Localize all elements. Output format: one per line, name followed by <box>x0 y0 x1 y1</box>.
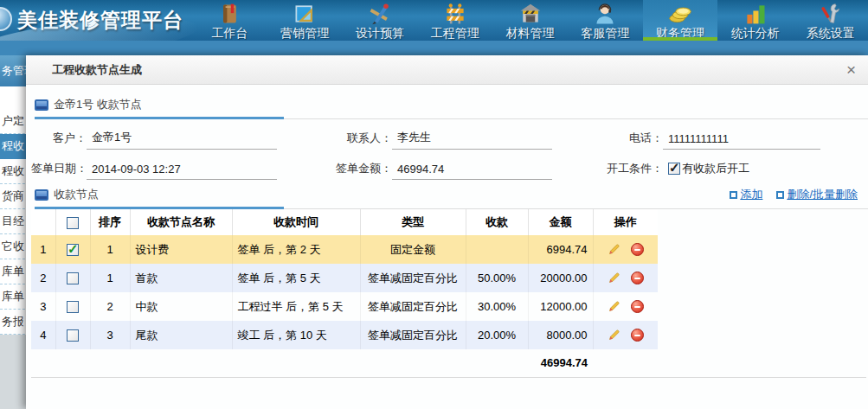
dialog-header: 工程收款节点生成 × <box>26 55 868 85</box>
node-time: 签单 后，第 2 天 <box>232 235 360 264</box>
add-node-link[interactable]: 添加 <box>730 187 762 202</box>
nav-item-statistics[interactable]: 统计分析 <box>717 0 793 41</box>
sidebar-item[interactable]: 务报 <box>0 310 29 335</box>
start-condition-field: 开工条件： 有收款后开工 <box>587 161 868 180</box>
nav-item-system-settings[interactable]: 系统设置 <box>793 0 868 41</box>
nav-item-design-budget[interactable]: 设计预算 <box>343 0 418 41</box>
nav-item-material-management[interactable]: 材料管理 <box>492 0 568 41</box>
nav-item-finance-management[interactable]: 财务管理 <box>643 0 718 41</box>
phone-field: 电话： 11111111111 <box>587 130 868 150</box>
row-number: 3 <box>31 292 55 321</box>
sidebar-item-active[interactable]: 程收 <box>0 134 29 159</box>
sidebar-item[interactable]: 库单 <box>0 259 29 284</box>
contact-field: 联系人： 李先生 <box>301 130 587 150</box>
node-order: 1 <box>90 235 130 264</box>
delete-minus-icon[interactable] <box>631 272 644 284</box>
edit-pencil-icon[interactable] <box>608 329 620 342</box>
node-name: 尾款 <box>130 321 232 349</box>
type-header: 类型 <box>360 209 466 235</box>
payment-nodes-dialog: 工程收款节点生成 × 金帝1号 收款节点 客户： 金帝1号 联系人： 李先生 电… <box>26 55 868 409</box>
order-header: 排序 <box>90 209 130 235</box>
select-all-checkbox[interactable] <box>67 217 79 229</box>
info-section-header: 金帝1号 收款节点 <box>35 93 858 116</box>
delete-square-icon <box>776 191 784 199</box>
table-row[interactable]: 2 1 首款 签单 后，第 5 天 签单减固定百分比 50.00% 20000.… <box>31 264 658 292</box>
sidebar-item[interactable]: 户定 <box>0 109 29 134</box>
sidebar-spacer <box>0 86 29 109</box>
sign-amount-field: 签单金额： 46994.74 <box>301 161 587 180</box>
table-row[interactable]: 3 2 中款 工程过半 后，第 5 天 签单减固定百分比 30.00% 1200… <box>31 292 658 321</box>
nav-label: 工程管理 <box>431 26 479 40</box>
nav-label: 营销管理 <box>280 26 329 40</box>
node-percent: 50.00% <box>466 264 528 292</box>
nav-item-workbench[interactable]: 工作台 <box>192 0 267 41</box>
row-checkbox[interactable] <box>67 272 79 284</box>
row-number: 4 <box>31 321 55 349</box>
delete-minus-icon[interactable] <box>631 329 644 342</box>
row-checkbox[interactable] <box>67 244 79 256</box>
amount-header: 金额 <box>528 209 593 235</box>
edit-pencil-icon[interactable] <box>608 243 620 256</box>
app-logo: 美佳装修管理平台 <box>0 0 192 41</box>
nav-label: 系统设置 <box>807 26 855 40</box>
row-checkbox[interactable] <box>67 301 79 313</box>
dialog-title: 工程收款节点生成 <box>52 62 845 78</box>
time-header: 收款时间 <box>232 209 360 235</box>
sidebar-item[interactable]: 它收 <box>0 234 29 259</box>
sidebar-footer <box>0 335 29 409</box>
row-actions <box>593 321 658 349</box>
node-type: 签单减固定百分比 <box>360 264 466 292</box>
contact-value[interactable]: 李先生 <box>392 130 552 150</box>
nav-item-customer-service[interactable]: 客服管理 <box>568 0 643 41</box>
delete-nodes-link[interactable]: 删除/批量删除 <box>776 187 858 202</box>
row-actions <box>593 292 658 321</box>
table-row[interactable]: 1 1 设计费 签单 后，第 2 天 固定金额 6994.74 <box>31 235 658 264</box>
start-condition-checkbox[interactable] <box>668 163 680 175</box>
sidebar-item[interactable]: 库单 <box>0 284 29 310</box>
nav-item-project-management[interactable]: 工程管理 <box>417 0 492 41</box>
edit-pencil-icon[interactable] <box>608 272 620 284</box>
node-time: 签单 后，第 5 天 <box>232 264 360 292</box>
nav-label: 工作台 <box>211 26 248 40</box>
row-select-cell <box>55 264 90 292</box>
add-square-icon <box>730 191 737 199</box>
name-header: 收款节点名称 <box>130 209 232 235</box>
node-name: 设计费 <box>130 235 232 264</box>
node-type: 签单减固定百分比 <box>360 292 466 321</box>
node-name: 首款 <box>130 264 232 292</box>
node-time: 竣工 后，第 10 天 <box>232 321 360 349</box>
section-divider <box>35 116 868 119</box>
node-amount: 6994.74 <box>528 235 593 264</box>
delete-minus-icon[interactable] <box>631 300 644 313</box>
sidebar-item[interactable]: 目经 <box>0 209 29 234</box>
nav-label: 材料管理 <box>506 26 555 40</box>
table-row[interactable]: 4 3 尾款 竣工 后，第 10 天 签单减固定百分比 20.00% 8000.… <box>31 321 658 349</box>
settings-tools-icon <box>819 1 843 26</box>
customer-value[interactable]: 金帝1号 <box>87 130 277 150</box>
nav-label: 财务管理 <box>656 26 704 40</box>
node-time: 工程过半 后，第 5 天 <box>232 292 360 321</box>
total-amount: 46994.74 <box>528 356 593 369</box>
monitor-icon <box>35 99 48 111</box>
sign-date-value[interactable]: 2014-09-03 12:27 <box>87 163 277 180</box>
sidebar-item[interactable]: 程收 <box>0 159 29 184</box>
phone-value[interactable]: 11111111111 <box>663 132 820 150</box>
start-condition-text: 有收款后开工 <box>682 161 749 176</box>
edit-pencil-icon[interactable] <box>608 300 620 313</box>
sidebar-item[interactable]: 货商 <box>0 184 29 209</box>
node-amount: 8000.00 <box>528 321 593 349</box>
nav-label: 客服管理 <box>581 26 629 40</box>
node-order: 1 <box>90 264 130 292</box>
info-section-title: 金帝1号 收款节点 <box>54 97 142 112</box>
node-percent <box>466 235 528 264</box>
stats-chart-icon <box>743 1 768 26</box>
nodes-section-header: 收款节点 添加 删除/批量删除 <box>35 183 858 206</box>
node-order: 2 <box>90 292 130 321</box>
close-icon[interactable]: × <box>845 62 858 78</box>
sign-amount-value[interactable]: 46994.74 <box>392 163 552 180</box>
node-type: 签单减固定百分比 <box>360 321 466 349</box>
delete-minus-icon[interactable] <box>631 243 644 256</box>
nav-item-marketing[interactable]: 营销管理 <box>267 0 343 41</box>
marketing-ruler-icon <box>293 1 317 26</box>
row-checkbox[interactable] <box>67 329 79 342</box>
